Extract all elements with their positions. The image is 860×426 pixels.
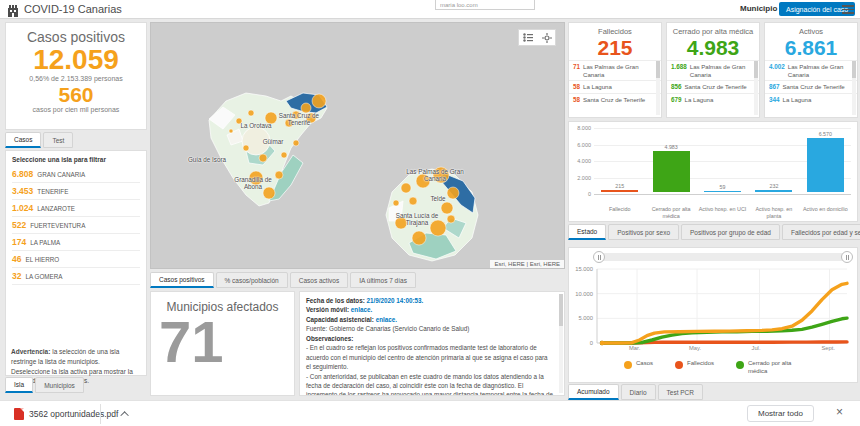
bar-series: 2154.983592326.570 <box>594 128 851 192</box>
bar <box>653 151 690 192</box>
island-row-tenerife[interactable]: 3.453TENERIFE <box>12 183 140 200</box>
island-row-gran-canaria[interactable]: 6.808GRAN CANARIA <box>12 166 140 183</box>
legend-item-cerrado-por-alta-m-dica[interactable]: Cerrado por alta médica <box>736 360 806 375</box>
menu-icon[interactable] <box>842 5 854 15</box>
download-item[interactable]: 3562 oportunidades.pdf <box>8 405 135 423</box>
stat-value: 4.983 <box>667 36 759 60</box>
download-bar: 3562 oportunidades.pdf Mostrar todo × <box>0 400 860 426</box>
tab-test[interactable]: Test <box>43 132 73 148</box>
map[interactable]: La OrotavaSanta Cruz de TenerifeGüimarGu… <box>150 22 565 269</box>
chart-tab-estado[interactable]: Estado <box>568 224 606 240</box>
island-count: 1.024 <box>12 203 33 213</box>
tab-casos[interactable]: Casos <box>5 132 41 148</box>
bar-slot-activo-en-domicilio[interactable]: 6.570 <box>800 131 851 192</box>
tab-municipios[interactable]: Municipios <box>35 377 84 393</box>
stat-row[interactable]: 58Santa Cruz de Tenerife <box>569 93 661 106</box>
map-label-las-palmas-de-gran-canaria: Las Palmas de Gran Canaria <box>404 168 466 182</box>
notes-version-label: Versión móvil: <box>306 306 351 313</box>
legend-item-fallecidos[interactable]: Fallecidos <box>675 360 714 375</box>
stat-row[interactable]: 856Santa Cruz de Tenerife <box>667 80 759 93</box>
chart-tab-positivos-por-sexo[interactable]: Positivos por sexo <box>608 224 679 240</box>
map-tab-casos-poblaci-n[interactable]: % casos/población <box>216 272 288 288</box>
legend-item-casos[interactable]: Casos <box>624 360 653 375</box>
status-bar-chart: 02.0004.0006.0008.0002154.983592326.570F… <box>569 122 857 221</box>
basemap-settings-icon[interactable] <box>538 30 555 45</box>
map-tab-casos-positivos[interactable]: Casos positivos <box>150 272 214 288</box>
notes-observations: - En el cuadro se reflejan los positivos… <box>306 343 554 396</box>
close-icon[interactable]: × <box>836 405 843 419</box>
chevron-up-icon[interactable] <box>121 411 129 419</box>
stat-scrollbar[interactable] <box>852 61 856 115</box>
mobile-version-link[interactable]: enlace. <box>351 306 372 313</box>
notes-card: Fecha de los datos: 21/9/2020 14:00:53. … <box>299 291 565 396</box>
dashboard: COVID-19 Canarias Municipio Asignación d… <box>0 0 860 400</box>
stat-row[interactable]: 1.688Las Palmas de Gran Canaria <box>667 60 759 80</box>
bar-value-label: 6.570 <box>819 131 832 137</box>
municipios-count: 71 <box>159 314 294 369</box>
stat-row-value: 58 <box>573 83 580 90</box>
stat-row-name: Las Palmas de Gran Canaria <box>583 63 659 78</box>
chart-tab-fallecidos-por-edad-y-sexo[interactable]: Fallecidos por edad y sexo <box>782 224 860 240</box>
timeline-x-tick: May. <box>689 345 701 351</box>
notes-capacity-label: Capacidad asistencial: <box>306 316 376 323</box>
notes-scrollbar[interactable] <box>559 294 563 393</box>
stat-row-value: 58 <box>573 96 580 103</box>
chart-category-tabs: EstadoPositivos por sexoPositivos por gr… <box>568 224 860 240</box>
status-bar-chart-card: 02.0004.0006.0008.0002154.983592326.570F… <box>568 121 858 222</box>
island-name: LA GOMERA <box>25 273 62 280</box>
map-tab-casos-activos[interactable]: Casos activos <box>290 272 348 288</box>
positives-per-capita-label: casos por cien mil personas <box>6 106 146 113</box>
bar-category-label: Activo hosp. en planta <box>748 206 799 219</box>
stat-row[interactable]: 867Santa Cruz de Tenerife <box>765 80 857 93</box>
legend-label: Cerrado por alta médica <box>748 360 806 375</box>
bar-category-label: Activo hosp. en UCI <box>697 206 748 219</box>
header-search-input[interactable] <box>435 0 535 10</box>
map-label-granadilla-de-abona: Granadilla de Abona <box>230 176 276 190</box>
island-row-la-gomera[interactable]: 32LA GOMERA <box>12 268 140 285</box>
island-row-el-hierro[interactable]: 46EL HIERRO <box>12 251 140 268</box>
island-name: FUERTEVENTURA <box>30 222 85 229</box>
chart-tab-positivos-por-grupo-de-edad[interactable]: Positivos por grupo de edad <box>681 224 780 240</box>
island-count: 32 <box>12 271 21 281</box>
island-row-la-palma[interactable]: 174LA PALMA <box>12 234 140 251</box>
capacity-link[interactable]: enlace. <box>376 316 397 323</box>
positives-total: 12.059 <box>6 45 146 74</box>
timeline-tabs: AcumuladoDiarioTest PCR <box>568 384 703 400</box>
stat-row[interactable]: 679La Laguna <box>667 93 759 106</box>
timeline-legend: CasosFallecidosCerrado por alta médica <box>624 360 853 375</box>
bar-slot-fallecido[interactable]: 215 <box>594 183 645 192</box>
stat-row-name: Las Palmas de Gran Canaria <box>690 63 757 78</box>
stat-row[interactable]: 58La Laguna <box>569 80 661 93</box>
timeline-tab-acumulado[interactable]: Acumulado <box>568 384 619 400</box>
timeline-x-tick: Sept. <box>822 345 836 351</box>
timeline-x-tick: Jul. <box>752 345 761 351</box>
bar-slot-cerrado-por-alta-m-dica[interactable]: 4.983 <box>645 144 696 192</box>
stat-row[interactable]: 344La Laguna <box>765 93 857 106</box>
island-count: 6.808 <box>12 169 33 179</box>
island-row-fuerteventura[interactable]: 522FUERTEVENTURA <box>12 217 140 234</box>
stat-row[interactable]: 71Las Palmas de Gran Canaria <box>569 60 661 80</box>
stat-scrollbar[interactable] <box>754 61 758 115</box>
stat-row-name: Las Palmas de Gran Canaria <box>788 63 855 78</box>
timeline-tab-test-pcr[interactable]: Test PCR <box>658 384 703 400</box>
stat-row[interactable]: 4.002Las Palmas de Gran Canaria <box>765 60 857 80</box>
island-name: LANZAROTE <box>37 205 75 212</box>
legend-dot <box>675 361 683 369</box>
bar <box>755 190 792 192</box>
stat-scrollbar[interactable] <box>656 61 660 115</box>
island-count: 174 <box>12 237 26 247</box>
stat-row-name: Santa Cruz de Tenerife <box>685 83 747 91</box>
bar-slot-activo-hosp-en-planta[interactable]: 232 <box>748 183 799 192</box>
svg-text:0: 0 <box>590 340 593 346</box>
bar-ytick: 4.000 <box>569 158 591 164</box>
map-tab-ia-ltimos-7-d-as[interactable]: IA últimos 7 días <box>350 272 416 288</box>
legend-icon[interactable] <box>519 30 536 45</box>
island-row-lanzarote[interactable]: 1.024LANZAROTE <box>12 200 140 217</box>
stat-card-activos: Activos6.8614.002Las Palmas de Gran Cana… <box>764 22 858 118</box>
island-name: GRAN CANARIA <box>37 171 85 178</box>
stat-row-name: Santa Cruz de Tenerife <box>583 96 645 104</box>
timeline-tab-diario[interactable]: Diario <box>621 384 656 400</box>
bar-slot-activo-hosp-en-uci[interactable]: 59 <box>697 184 748 193</box>
tab-isla[interactable]: Isla <box>5 377 33 393</box>
show-all-downloads-button[interactable]: Mostrar todo <box>747 405 814 422</box>
